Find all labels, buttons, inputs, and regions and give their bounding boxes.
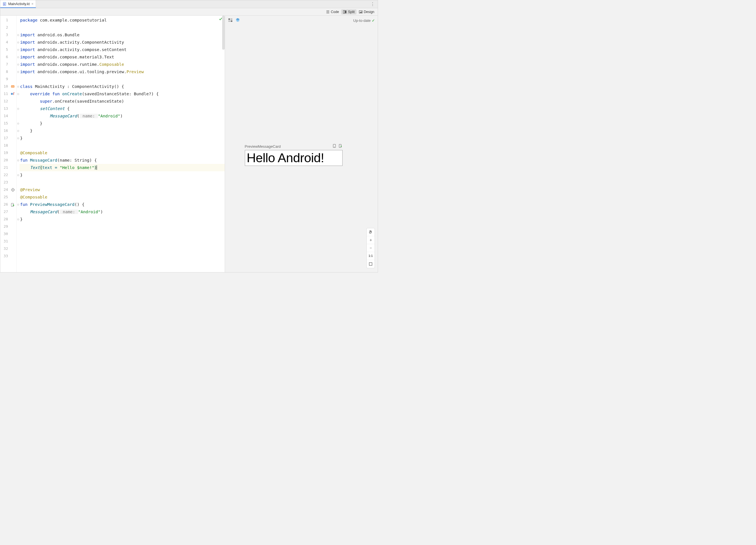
composable-canvas[interactable]: Hello Android! <box>245 150 343 166</box>
split-icon <box>343 10 347 14</box>
line-number[interactable]: 23 <box>0 179 9 186</box>
svg-rect-4 <box>343 10 345 13</box>
fold-toggle-icon[interactable]: ⊖ <box>17 127 20 134</box>
line-number[interactable]: 21 <box>0 164 9 171</box>
line-number[interactable]: 31 <box>0 237 9 245</box>
line-number[interactable]: 8 <box>0 68 9 75</box>
line-number[interactable]: 22 <box>0 171 9 179</box>
line-number[interactable]: 19 <box>0 149 9 156</box>
fold-toggle-icon[interactable]: ⊖ <box>17 215 20 223</box>
fold-toggle-icon[interactable]: ⊖ <box>17 105 20 112</box>
line-number[interactable]: 6 <box>0 53 9 61</box>
line-number[interactable]: 20 <box>0 156 9 164</box>
composable-preview-header: PreviewMessageCard <box>245 144 343 149</box>
line-number[interactable]: 28 <box>0 215 9 223</box>
line-number[interactable]: 15 <box>0 120 9 127</box>
preview-render-text: Hello Android! <box>247 150 324 165</box>
line-number[interactable]: 29 <box>0 223 9 230</box>
view-mode-code[interactable]: Code <box>324 9 341 14</box>
fold-toggle-icon[interactable]: ⊖ <box>17 171 20 179</box>
editor-tab-label: MainActivity.kt <box>8 2 30 6</box>
zoom-fit-button[interactable] <box>367 260 375 268</box>
line-number[interactable]: 4 <box>0 39 9 46</box>
settings-gutter-icon[interactable] <box>9 186 16 193</box>
preview-interactive-icon[interactable] <box>332 144 337 149</box>
svg-point-12 <box>12 189 13 190</box>
zoom-out-button[interactable]: － <box>367 244 375 252</box>
line-number[interactable]: 3 <box>0 31 9 39</box>
composable-preview-name: PreviewMessageCard <box>245 144 281 148</box>
zoom-pan-button[interactable] <box>367 228 375 236</box>
line-number[interactable]: 10 <box>0 83 9 90</box>
tab-options-icon[interactable]: ⋮ <box>369 1 377 7</box>
fold-toggle-icon[interactable]: ⊖ <box>17 120 20 127</box>
line-number[interactable]: 18 <box>0 142 9 149</box>
svg-marker-24 <box>236 20 240 22</box>
editor-tabbar: MainActivity.kt × ⋮ <box>0 0 378 8</box>
line-number[interactable]: 25 <box>0 193 9 201</box>
svg-rect-19 <box>228 18 230 20</box>
line-number[interactable]: 5 <box>0 46 9 53</box>
fold-toggle-icon[interactable]: ⊖ <box>17 201 20 208</box>
preview-status: Up-to-date ✓ <box>353 18 375 23</box>
line-number[interactable]: 9 <box>0 75 9 83</box>
line-number[interactable]: 27 <box>0 208 9 215</box>
fold-toggle-icon[interactable]: ⊖ <box>17 90 20 97</box>
view-mode-split-label: Split <box>348 10 354 14</box>
fold-toggle-icon[interactable]: ⊖ <box>17 46 20 53</box>
list-icon <box>326 10 330 14</box>
line-number[interactable]: 11 <box>0 90 9 97</box>
layout-validation-icon[interactable] <box>228 18 233 24</box>
inspection-status-icon[interactable] <box>218 17 222 21</box>
preview-status-label: Up-to-date <box>353 18 371 23</box>
editor-scrollbar[interactable] <box>222 16 225 50</box>
run-preview-gutter-icon[interactable] <box>9 201 16 208</box>
svg-rect-29 <box>369 262 372 265</box>
line-number[interactable]: 33 <box>0 252 9 260</box>
code-editor-pane: 1 2 3 4 5 6 7 8 9 10 11 12 13 14 15 16 1 <box>0 16 225 272</box>
svg-rect-0 <box>3 2 6 6</box>
image-icon <box>359 10 363 14</box>
code-text-area[interactable]: package com.example.composetutorial impo… <box>20 16 225 272</box>
view-mode-design-label: Design <box>364 10 374 14</box>
svg-marker-18 <box>13 204 14 206</box>
fold-toggle-icon[interactable]: ⊖ <box>17 53 20 61</box>
fold-toggle-icon[interactable]: ⊖ <box>17 39 20 46</box>
editor-tab-mainactivity[interactable]: MainActivity.kt × <box>0 0 36 8</box>
line-number[interactable]: 2 <box>0 24 9 31</box>
fold-toggle-icon[interactable]: ⊖ <box>17 31 20 39</box>
preview-deploy-icon[interactable] <box>338 144 343 149</box>
fold-toggle-icon[interactable]: ⊖ <box>17 156 20 164</box>
svg-rect-21 <box>228 20 230 22</box>
view-mode-design[interactable]: Design <box>357 9 376 14</box>
layers-icon[interactable] <box>235 18 240 24</box>
line-numbers: 1 2 3 4 5 6 7 8 9 10 11 12 13 14 15 16 1 <box>0 16 9 272</box>
line-number[interactable]: 14 <box>0 112 9 120</box>
line-number[interactable]: 17 <box>0 134 9 142</box>
fold-toggle-icon[interactable]: ⊖ <box>17 134 20 142</box>
view-mode-split[interactable]: Split <box>341 9 356 14</box>
split-area: 1 2 3 4 5 6 7 8 9 10 11 12 13 14 15 16 1 <box>0 16 378 272</box>
line-number[interactable]: 16 <box>0 127 9 134</box>
line-number[interactable]: 13 <box>0 105 9 112</box>
preview-surface[interactable]: PreviewMessageCard Hello Android! <box>225 25 378 272</box>
preview-toolbar: Up-to-date ✓ <box>225 16 378 25</box>
line-number[interactable]: 12 <box>0 97 9 105</box>
line-number[interactable]: 32 <box>0 245 9 252</box>
text-caret <box>97 165 97 170</box>
class-gutter-icon[interactable]: <> <box>9 83 16 90</box>
zoom-reset-button[interactable]: 1:1 <box>367 252 375 260</box>
fold-toggle-icon[interactable]: ⊖ <box>17 61 20 68</box>
fold-toggle-icon[interactable]: ⊖ <box>17 83 20 90</box>
close-icon[interactable]: × <box>31 2 34 6</box>
zoom-in-button[interactable]: ＋ <box>367 236 375 244</box>
svg-point-10 <box>11 93 13 95</box>
line-number[interactable]: 7 <box>0 61 9 68</box>
override-gutter-icon[interactable] <box>9 90 16 97</box>
line-number[interactable]: 30 <box>0 230 9 237</box>
line-number[interactable]: 24 <box>0 186 9 193</box>
line-number[interactable]: 1 <box>0 16 9 24</box>
line-number[interactable]: 26 <box>0 201 9 208</box>
view-mode-code-label: Code <box>331 10 339 14</box>
fold-toggle-icon[interactable]: ⊖ <box>17 68 20 75</box>
